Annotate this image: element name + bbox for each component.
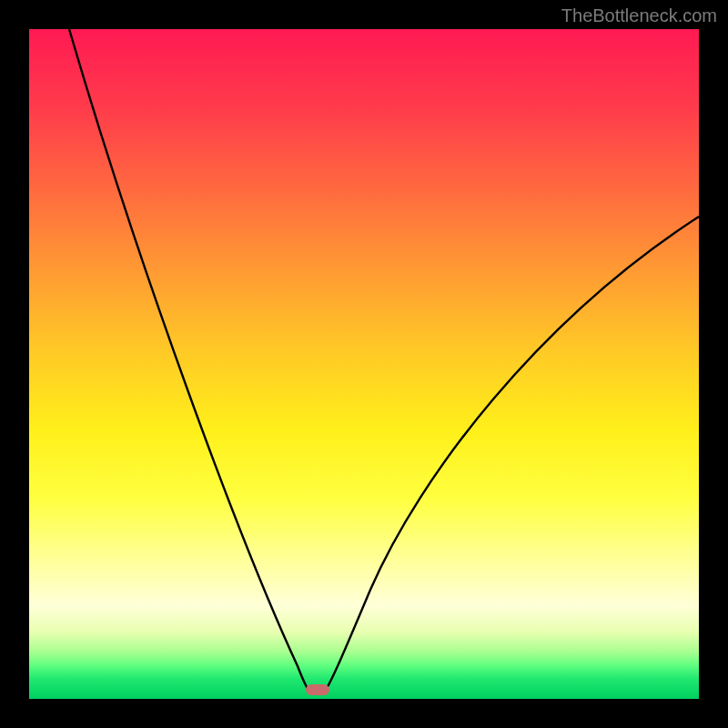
curve-left xyxy=(69,29,310,693)
bottleneck-curve xyxy=(29,29,699,699)
watermark: TheBottleneck.com xyxy=(561,5,717,26)
curve-right xyxy=(324,217,699,693)
optimum-marker xyxy=(306,684,329,695)
chart-frame: TheBottleneck.com xyxy=(0,0,728,728)
